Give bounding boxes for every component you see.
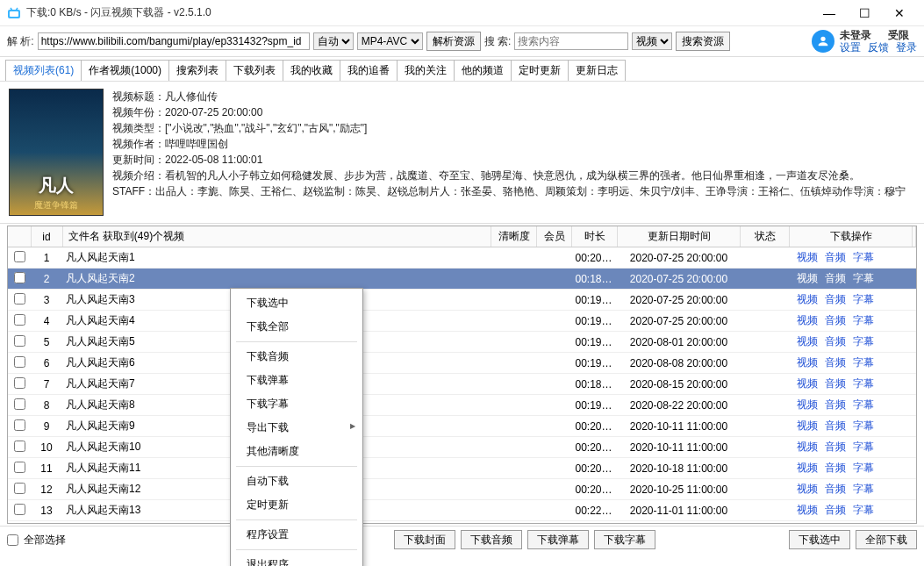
table-row[interactable]: 6凡人风起天南600:19:592020-08-08 20:00:00视频音频字…	[8, 353, 916, 374]
op-audio[interactable]: 音频	[825, 441, 846, 453]
row-checkbox[interactable]	[14, 398, 25, 410]
op-subtitle[interactable]: 字幕	[853, 293, 874, 305]
menu-item[interactable]: 导出下载	[231, 416, 362, 440]
menu-item[interactable]: 下载弹幕	[231, 369, 362, 392]
op-audio[interactable]: 音频	[825, 356, 846, 369]
op-audio[interactable]: 音频	[825, 419, 846, 432]
op-audio[interactable]: 音频	[825, 272, 846, 284]
row-checkbox[interactable]	[14, 419, 25, 431]
op-subtitle[interactable]: 字幕	[853, 377, 874, 390]
format-select[interactable]: MP4-AVC	[357, 32, 423, 50]
col-duration[interactable]: 时长	[572, 226, 618, 247]
op-subtitle[interactable]: 字幕	[853, 441, 874, 453]
table-row[interactable]: 5凡人风起天南500:19:442020-08-01 20:00:00视频音频字…	[8, 332, 916, 353]
op-audio[interactable]: 音频	[825, 398, 846, 411]
mode-select[interactable]: 自动	[313, 32, 354, 50]
tab-6[interactable]: 我的关注	[397, 60, 455, 81]
col-date[interactable]: 更新日期时间	[618, 226, 741, 247]
menu-item[interactable]: 下载音频	[231, 345, 362, 369]
op-video[interactable]: 视频	[797, 398, 818, 411]
tab-5[interactable]: 我的追番	[340, 60, 398, 81]
table-row[interactable]: 3凡人风起天南300:19:162020-07-25 20:00:00视频音频字…	[8, 290, 916, 311]
row-checkbox[interactable]	[14, 441, 25, 452]
table-row[interactable]: 8凡人风起天南800:19:112020-08-22 20:00:00视频音频字…	[8, 395, 916, 416]
close-button[interactable]: ✕	[882, 6, 917, 20]
tab-4[interactable]: 我的收藏	[283, 60, 340, 81]
op-audio[interactable]: 音频	[825, 251, 846, 263]
download-subtitle-button[interactable]: 下载字幕	[594, 530, 655, 549]
op-subtitle[interactable]: 字幕	[853, 251, 874, 263]
row-checkbox[interactable]	[14, 272, 25, 283]
table-row[interactable]: 11凡人风起天南1100:20:342020-10-18 11:00:00视频音…	[8, 458, 916, 479]
menu-item[interactable]: 下载选中	[231, 291, 362, 315]
op-subtitle[interactable]: 字幕	[853, 504, 874, 516]
op-subtitle[interactable]: 字幕	[853, 483, 874, 495]
row-checkbox[interactable]	[14, 293, 25, 304]
op-audio[interactable]: 音频	[825, 335, 846, 347]
op-video[interactable]: 视频	[797, 272, 818, 284]
table-row[interactable]: 12凡人风起天南1200:20:242020-10-25 11:00:00视频音…	[8, 479, 916, 500]
download-selected-button[interactable]: 下载选中	[789, 530, 850, 549]
op-video[interactable]: 视频	[797, 504, 818, 516]
search-type-select[interactable]: 视频	[632, 32, 672, 50]
menu-item[interactable]: 下载字幕	[231, 392, 362, 416]
op-subtitle[interactable]: 字幕	[853, 419, 874, 432]
col-vip[interactable]: 会员	[537, 226, 572, 247]
table-row[interactable]: 7凡人风起天南700:18:142020-08-15 20:00:00视频音频字…	[8, 374, 916, 395]
col-quality[interactable]: 清晰度	[491, 226, 537, 247]
op-subtitle[interactable]: 字幕	[853, 272, 874, 284]
maximize-button[interactable]: ☐	[847, 6, 882, 20]
row-checkbox[interactable]	[14, 377, 25, 389]
op-video[interactable]: 视频	[797, 293, 818, 305]
op-video[interactable]: 视频	[797, 441, 818, 453]
col-ops[interactable]: 下载操作	[790, 226, 913, 247]
tab-7[interactable]: 他的频道	[454, 60, 512, 81]
op-video[interactable]: 视频	[797, 314, 818, 326]
op-video[interactable]: 视频	[797, 335, 818, 347]
op-video[interactable]: 视频	[797, 419, 818, 432]
op-audio[interactable]: 音频	[825, 377, 846, 390]
op-video[interactable]: 视频	[797, 483, 818, 495]
tab-2[interactable]: 搜索列表	[168, 60, 226, 81]
row-checkbox[interactable]	[14, 314, 25, 326]
table-row[interactable]: 9凡人风起天南900:20:242020-10-11 11:00:00视频音频字…	[8, 416, 916, 437]
tab-0[interactable]: 视频列表(61)	[5, 60, 82, 81]
url-input[interactable]	[38, 32, 310, 50]
row-checkbox[interactable]	[14, 251, 25, 262]
tab-9[interactable]: 更新日志	[568, 60, 626, 81]
op-subtitle[interactable]: 字幕	[853, 314, 874, 326]
op-video[interactable]: 视频	[797, 462, 818, 474]
menu-item[interactable]: 程序设置	[231, 523, 362, 547]
op-subtitle[interactable]: 字幕	[853, 335, 874, 347]
col-filename[interactable]: 文件名 获取到(49)个视频	[62, 226, 491, 247]
op-subtitle[interactable]: 字幕	[853, 398, 874, 411]
feedback-link[interactable]: 反馈	[868, 41, 889, 54]
search-input[interactable]	[514, 32, 628, 50]
tab-3[interactable]: 下载列表	[226, 60, 283, 81]
menu-item[interactable]: 自动下载	[231, 469, 362, 493]
op-audio[interactable]: 音频	[825, 462, 846, 474]
op-audio[interactable]: 音频	[825, 293, 846, 305]
op-audio[interactable]: 音频	[825, 504, 846, 516]
tab-8[interactable]: 定时更新	[511, 60, 569, 81]
col-status[interactable]: 状态	[741, 226, 790, 247]
minimize-button[interactable]: —	[812, 6, 847, 20]
menu-item[interactable]: 定时更新	[231, 493, 362, 517]
col-id[interactable]: id	[31, 226, 62, 247]
table-row[interactable]: 2凡人风起天南200:18:212020-07-25 20:00:00视频音频字…	[8, 269, 916, 290]
download-cover-button[interactable]: 下载封面	[394, 530, 455, 549]
search-button[interactable]: 搜索资源	[676, 32, 730, 51]
settings-link[interactable]: 设置	[840, 41, 861, 54]
op-subtitle[interactable]: 字幕	[853, 462, 874, 474]
download-all-button[interactable]: 全部下载	[856, 530, 917, 549]
op-video[interactable]: 视频	[797, 377, 818, 390]
select-all-checkbox[interactable]	[7, 534, 18, 546]
menu-item[interactable]: 退出程序	[231, 553, 362, 566]
context-menu[interactable]: 下载选中下载全部下载音频下载弹幕下载字幕导出下载其他清晰度自动下载定时更新程序设…	[230, 288, 363, 566]
avatar[interactable]	[812, 30, 834, 53]
download-audio-button[interactable]: 下载音频	[461, 530, 522, 549]
row-checkbox[interactable]	[14, 504, 25, 515]
download-danmu-button[interactable]: 下载弹幕	[527, 530, 589, 549]
menu-item[interactable]: 其他清晰度	[231, 440, 362, 463]
table-row[interactable]: 13凡人风起天南1300:22:042020-11-01 11:00:00视频音…	[8, 500, 916, 521]
